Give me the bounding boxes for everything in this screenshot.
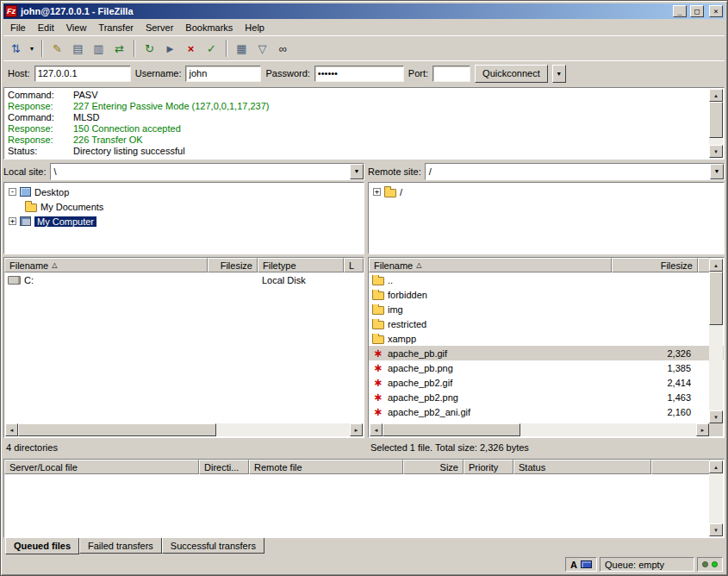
toggle-log-icon[interactable]: ✎ [47,39,67,58]
combo-dropdown-icon[interactable]: ▼ [350,164,364,179]
filter-icon[interactable]: ▽ [252,39,272,58]
toggle-queue-icon[interactable]: ⇄ [109,39,129,58]
scroll-left-icon[interactable]: ◄ [5,423,18,436]
remote-file-row[interactable]: ∗apache_pb2.png 1,463 [369,390,724,404]
tree-item-desktop[interactable]: - Desktop [4,185,364,199]
column-filetype[interactable]: Filetype [258,258,344,272]
scroll-track[interactable] [383,423,696,436]
tree-item-my-documents[interactable]: My Documents [4,199,364,214]
remote-file-row[interactable]: ∗apache_pb2.gif 2,414 [369,375,724,390]
remote-site-combo[interactable]: / ▼ [425,163,725,180]
tab-failed-transfers[interactable]: Failed transfers [79,538,162,554]
toggle-local-tree-icon[interactable]: ▤ [68,39,88,58]
column-size[interactable]: Size [403,460,464,474]
refresh-icon[interactable]: ↻ [140,39,159,58]
log-prefix: Status: [8,146,73,157]
local-status-text: 4 directories [3,441,60,454]
scroll-down-icon[interactable]: ▼ [709,145,723,158]
site-manager-icon[interactable]: ⇅ [6,39,26,58]
column-priority[interactable]: Priority [464,460,513,474]
site-manager-dropdown-icon[interactable]: ▼ [27,39,37,58]
scroll-thumb[interactable] [18,423,216,436]
scroll-right-icon[interactable]: ► [350,423,363,436]
column-server-local-file[interactable]: Server/Local file [4,460,199,474]
column-last-modified[interactable]: L [344,258,364,272]
scroll-track[interactable] [18,423,350,436]
column-filesize[interactable]: Filesize [612,258,698,272]
remote-vertical-scrollbar[interactable]: ▲ ▼ [709,259,723,423]
menu-transfer[interactable]: Transfer [92,20,140,35]
local-site-combo[interactable]: \ ▼ [50,163,364,180]
column-label: Filename [9,260,48,271]
remote-file-row-selected[interactable]: ∗apache_pb.gif 2,326 [369,346,724,360]
column-filename[interactable]: Filename△ [4,258,208,272]
queue-vertical-scrollbar[interactable]: ▲ ▼ [709,460,723,536]
column-filesize[interactable]: Filesize [208,258,258,272]
log-scrollbar[interactable]: ▲ ▼ [709,89,723,158]
quickconnect-dropdown-icon[interactable]: ▼ [552,65,566,83]
tree-item-my-computer[interactable]: + My Computer [4,214,364,229]
scroll-left-icon[interactable]: ◄ [370,423,383,436]
scroll-track[interactable] [709,473,723,523]
scroll-up-icon[interactable]: ▲ [709,259,723,272]
column-remote-file[interactable]: Remote file [249,460,403,474]
column-label: Filesize [221,260,252,271]
queue-status-panel: Queue: empty [600,557,694,572]
password-label: Password: [265,68,309,78]
combo-dropdown-icon[interactable]: ▼ [710,164,724,179]
minimize-button[interactable]: _ [673,5,687,17]
menu-bookmarks[interactable]: Bookmarks [179,20,239,35]
remote-file-row[interactable]: xampp [369,331,724,346]
remote-file-row[interactable]: ∗apache_pb2_ani.gif 2,160 [369,404,724,419]
remote-file-row[interactable]: img [369,302,724,316]
scroll-track[interactable] [709,102,723,145]
scroll-up-icon[interactable]: ▲ [709,460,723,473]
remote-file-row[interactable]: restricted [369,316,724,331]
menu-view[interactable]: View [60,20,93,35]
title-bar[interactable]: Fz john@127.0.0.1 - FileZilla _ □ × [3,3,725,19]
scroll-right-icon[interactable]: ► [696,423,709,436]
local-file-row[interactable]: C: Local Disk [4,272,364,287]
remote-file-row[interactable]: forbidden [369,287,724,302]
close-button[interactable]: × [709,5,723,17]
remote-file-row[interactable]: ∗apache_pb.png 1,385 [369,360,724,375]
tab-queued-files[interactable]: Queued files [5,538,79,554]
remote-site-label: Remote site: [368,166,421,177]
host-input[interactable] [34,66,131,82]
scroll-up-icon[interactable]: ▲ [709,89,723,102]
local-horizontal-scrollbar[interactable]: ◄ ► [5,423,363,436]
port-input[interactable] [432,66,470,82]
cancel-icon[interactable]: × [181,39,201,58]
directory-comparison-icon[interactable]: ▦ [232,39,252,58]
tree-item-root[interactable]: + / [369,185,724,199]
scroll-thumb[interactable] [709,272,723,325]
find-files-icon[interactable]: ∞ [273,39,293,58]
filename: xampp [388,334,416,344]
expand-icon[interactable]: + [9,217,16,225]
quickconnect-button[interactable]: Quickconnect [475,65,548,83]
ascii-mode-icon: A [570,560,577,570]
scroll-thumb[interactable] [383,423,520,436]
scroll-thumb[interactable] [709,102,723,138]
menu-edit[interactable]: Edit [32,20,60,35]
column-status[interactable]: Status [513,460,651,474]
maximize-button[interactable]: □ [690,5,704,17]
collapse-icon[interactable]: - [9,188,16,196]
apply-icon[interactable]: ✓ [202,39,221,58]
expand-icon[interactable]: + [373,188,381,196]
remote-file-row[interactable]: .. [369,272,724,287]
column-filename[interactable]: Filename△ [369,258,612,272]
column-direction[interactable]: Directi... [199,460,249,474]
username-input[interactable] [185,66,261,82]
scroll-down-icon[interactable]: ▼ [709,410,723,423]
remote-horizontal-scrollbar[interactable]: ◄ ► [370,423,709,436]
menu-server[interactable]: Server [140,20,179,35]
scroll-down-icon[interactable]: ▼ [709,523,723,536]
menu-file[interactable]: File [4,20,32,35]
menu-help[interactable]: Help [239,20,271,35]
password-input[interactable] [314,66,404,82]
process-queue-icon[interactable]: ► [160,39,180,58]
toggle-remote-tree-icon[interactable]: ▥ [89,39,109,58]
scroll-track[interactable] [709,272,723,410]
tab-successful-transfers[interactable]: Successful transfers [162,538,264,554]
